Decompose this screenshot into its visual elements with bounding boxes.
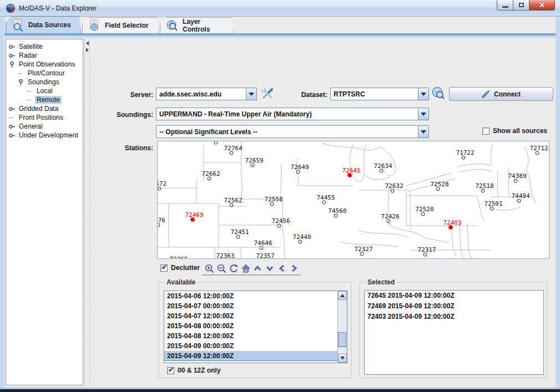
- dataset-combobox[interactable]: RTPTSRC: [330, 88, 429, 100]
- station-marker[interactable]: 72649: [290, 164, 309, 174]
- collapse-left-icon[interactable]: [86, 41, 89, 45]
- tree-item-local[interactable]: Local: [6, 86, 83, 95]
- z-filter-checkbox[interactable]: [167, 367, 174, 374]
- station-marker[interactable]: 72662: [201, 170, 220, 180]
- station-marker[interactable]: 72317: [417, 246, 436, 256]
- station-marker[interactable]: 72440: [292, 233, 311, 243]
- station-marker[interactable]: 72518: [475, 182, 493, 192]
- tree-handle-icon[interactable]: [8, 123, 16, 130]
- selected-sounding-row[interactable]: 72645 2015-04-09 12:00:00Z: [365, 291, 543, 301]
- scroll-down-button[interactable]: [338, 354, 347, 363]
- tree-handle-icon[interactable]: [8, 43, 16, 50]
- minimize-button[interactable]: [497, 0, 513, 11]
- station-marker[interactable]: 476: [158, 217, 165, 227]
- significant-levels-combobox[interactable]: -- Optional Significant Levels --: [156, 125, 429, 138]
- soundings-combobox[interactable]: UPPERMAND - Real-Time Upper Air (Mandato…: [156, 108, 429, 120]
- station-marker[interactable]: 72501: [484, 200, 502, 210]
- scroll-track[interactable]: [338, 300, 347, 354]
- rotate-view-button[interactable]: [228, 263, 239, 273]
- available-times-list[interactable]: 2015-04-06 12:00:00Z2015-04-07 00:00:00Z…: [164, 291, 347, 363]
- station-marker[interactable]: 74646: [254, 240, 272, 250]
- station-marker[interactable]: 72634: [374, 162, 392, 172]
- pan-left-button[interactable]: [276, 263, 287, 273]
- station-marker[interactable]: 72520: [415, 206, 433, 216]
- station-marker[interactable]: 72451: [230, 228, 249, 238]
- selected-sounding-row[interactable]: 72469 2015-04-09 12:00:00Z: [365, 301, 543, 312]
- maximize-button[interactable]: [513, 0, 529, 11]
- chevron-down-icon[interactable]: [418, 88, 428, 100]
- pan-up-button[interactable]: [252, 263, 263, 273]
- station-marker[interactable]: 72327: [354, 246, 372, 256]
- pan-right-button[interactable]: [289, 263, 299, 273]
- station-marker-selected[interactable]: 72403: [443, 219, 461, 229]
- chevron-down-icon[interactable]: [246, 88, 256, 100]
- declutter-checkbox[interactable]: [160, 264, 168, 272]
- tree-item-gridded-data[interactable]: Gridded Data: [6, 104, 83, 113]
- station-marker[interactable]: 74560: [328, 207, 346, 217]
- available-time-row[interactable]: 2015-04-06 12:00:00Z: [164, 291, 337, 301]
- station-marker[interactable]: 72426: [381, 213, 399, 223]
- server-combobox[interactable]: adde.ssec.wisc.edu: [156, 88, 257, 100]
- scroll-up-button[interactable]: [338, 291, 347, 300]
- connect-button[interactable]: Connect: [449, 87, 553, 101]
- tree-handle-icon[interactable]: [8, 52, 16, 59]
- tree-handle-icon[interactable]: [8, 105, 16, 113]
- available-time-row[interactable]: 2015-04-08 12:00:00Z: [164, 331, 337, 341]
- tree-item-remote[interactable]: Remote: [6, 95, 83, 104]
- selected-soundings-list[interactable]: 72645 2015-04-09 12:00:00Z72469 2015-04-…: [364, 290, 544, 375]
- tree-item-general[interactable]: General: [6, 122, 83, 131]
- tab-field-selector[interactable]: Field Selector: [82, 17, 159, 33]
- station-marker[interactable]: 74494: [511, 192, 529, 202]
- close-button[interactable]: ✕: [529, 0, 555, 11]
- tree-item-point-observations[interactable]: Point Observations: [6, 60, 83, 69]
- station-marker[interactable]: 72456: [271, 217, 290, 227]
- available-time-row[interactable]: 2015-04-07 00:00:00Z: [164, 301, 337, 311]
- station-marker-selected[interactable]: 72645: [342, 167, 360, 177]
- station-marker[interactable]: [214, 141, 218, 144]
- tree-item-under-development[interactable]: Under Development: [6, 131, 83, 140]
- tab-layer-controls[interactable]: Layer Controls: [160, 17, 233, 33]
- station-marker[interactable]: 72365: [169, 256, 188, 258]
- tree-item-plot-contour[interactable]: Plot/Contour: [6, 69, 83, 78]
- station-marker-selected[interactable]: 72469: [185, 211, 203, 221]
- station-marker[interactable]: 72357: [256, 252, 274, 258]
- chevron-down-icon[interactable]: [418, 126, 428, 138]
- title-bar[interactable]: McIDAS-V - Data Explorer ✕: [0, 0, 560, 17]
- tree-item-front-positions[interactable]: Front Positions: [6, 113, 83, 122]
- tree-handle-icon[interactable]: [8, 61, 16, 68]
- station-marker[interactable]: 72562: [224, 197, 242, 207]
- dataset-search-icon[interactable]: [432, 86, 445, 100]
- selected-sounding-row[interactable]: 72403 2015-04-09 12:00:00Z: [365, 312, 543, 322]
- available-time-row[interactable]: 2015-04-07 12:00:00Z: [164, 311, 337, 321]
- tree-item-soundings[interactable]: Soundings: [6, 78, 83, 86]
- station-marker[interactable]: 672: [158, 180, 167, 190]
- station-marker[interactable]: 72528: [430, 181, 448, 191]
- expand-right-icon[interactable]: [86, 48, 89, 52]
- chevron-down-icon[interactable]: [418, 108, 428, 120]
- station-marker[interactable]: 72632: [385, 182, 403, 192]
- scroll-thumb[interactable]: [338, 332, 346, 347]
- split-pane-divider[interactable]: [84, 39, 90, 385]
- tree-handle-icon[interactable]: [17, 79, 24, 86]
- pan-down-button[interactable]: [264, 263, 275, 273]
- zoom-out-button[interactable]: [216, 263, 226, 273]
- available-time-row[interactable]: 2015-04-08 00:00:00Z: [164, 321, 337, 331]
- station-marker[interactable]: 71722: [456, 149, 474, 159]
- station-map[interactable]: 7276472659726626727264972645726347172272…: [157, 141, 549, 259]
- tab-data-sources[interactable]: Data Sources: [6, 16, 81, 33]
- show-all-sources-checkbox[interactable]: [482, 128, 490, 135]
- available-time-row[interactable]: 2015-04-09 12:00:00Z: [164, 351, 337, 361]
- station-marker[interactable]: 72558: [264, 196, 282, 206]
- available-scrollbar[interactable]: [337, 291, 347, 363]
- station-marker[interactable]: 72764: [224, 145, 242, 155]
- station-marker[interactable]: 74389: [508, 172, 526, 182]
- station-marker[interactable]: 72363: [216, 252, 234, 258]
- tree-item-satellite[interactable]: Satellite: [6, 42, 83, 51]
- station-marker[interactable]: 74455: [316, 194, 335, 204]
- available-time-row[interactable]: 2015-04-09 00:00:00Z: [164, 341, 337, 351]
- home-view-button[interactable]: [240, 263, 251, 273]
- zoom-in-button[interactable]: [204, 263, 214, 273]
- tree-item-radar[interactable]: Radar: [6, 51, 83, 60]
- station-marker[interactable]: 72659: [245, 157, 263, 167]
- tree-handle-icon[interactable]: [8, 132, 16, 139]
